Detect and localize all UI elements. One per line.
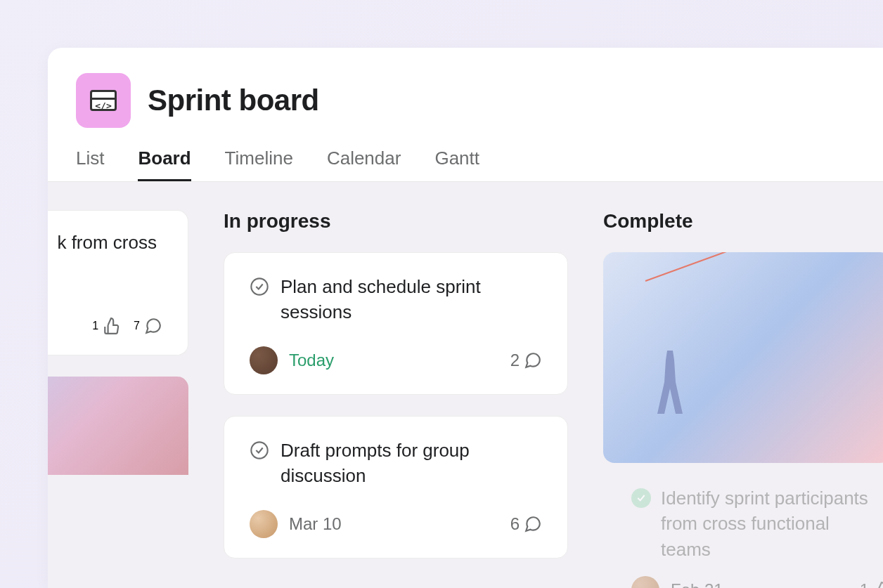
column-in-progress: In progress Plan and schedule sprint ses… xyxy=(224,210,568,588)
comment-icon xyxy=(524,351,542,370)
card-header: Plan and schedule sprint sessions xyxy=(250,274,542,325)
card-title: Draft prompts for group discussion xyxy=(281,438,542,489)
comment-stat[interactable]: 2 xyxy=(510,351,542,370)
tab-calendar[interactable]: Calendar xyxy=(327,148,401,181)
task-card[interactable]: Draft prompts for group discussion Mar 1… xyxy=(224,416,568,558)
svg-point-0 xyxy=(251,278,267,294)
person-kite-illustration xyxy=(656,351,691,421)
comment-icon xyxy=(524,515,542,533)
column-partial-left: k from cross 1 7 xyxy=(48,210,188,588)
task-card[interactable]: Plan and schedule sprint sessions Today … xyxy=(224,252,568,395)
check-circle-icon[interactable] xyxy=(250,277,269,296)
svg-point-1 xyxy=(251,442,267,458)
card-title: Identify sprint participants from cross … xyxy=(661,485,877,562)
card-header: Draft prompts for group discussion xyxy=(250,438,542,489)
tab-gantt[interactable]: Gantt xyxy=(434,148,479,181)
board: k from cross 1 7 xyxy=(48,182,883,588)
tabs: List Board Timeline Calendar Gantt xyxy=(48,128,883,182)
app-container: </> Sprint board List Board Timeline Cal… xyxy=(48,48,883,588)
comment-icon xyxy=(144,317,162,335)
thumbs-up-icon xyxy=(873,581,883,588)
thumbs-up-icon xyxy=(103,317,121,335)
like-stat[interactable]: 1 xyxy=(92,317,121,335)
project-icon[interactable]: </> xyxy=(76,73,131,128)
check-complete-icon[interactable] xyxy=(631,488,651,508)
due-date: Feb 21 xyxy=(671,580,723,588)
project-title: Sprint board xyxy=(148,84,319,117)
avatar[interactable] xyxy=(250,510,278,538)
avatar[interactable] xyxy=(631,576,659,588)
tab-list[interactable]: List xyxy=(76,148,104,181)
column-complete: Complete Identify sprint participants fr… xyxy=(603,210,883,588)
due-date: Mar 10 xyxy=(289,514,342,534)
column-title-in-progress: In progress xyxy=(224,210,568,233)
image-card[interactable] xyxy=(603,252,883,463)
kite-line-decoration xyxy=(645,252,883,282)
card-partial[interactable]: k from cross 1 7 xyxy=(48,210,188,355)
completed-task[interactable]: Identify sprint participants from cross … xyxy=(603,471,883,562)
card-title: Plan and schedule sprint sessions xyxy=(281,274,542,325)
code-window-icon: </> xyxy=(90,90,117,111)
card-header: Identify sprint participants from cross … xyxy=(631,485,877,562)
card-footer: Mar 10 6 xyxy=(250,510,542,538)
card-footer: 1 7 xyxy=(48,317,162,335)
comment-stat[interactable]: 7 xyxy=(134,317,162,335)
header: </> Sprint board xyxy=(48,48,883,128)
card-footer: Today 2 xyxy=(250,346,542,374)
image-card-partial[interactable] xyxy=(48,377,188,475)
tab-board[interactable]: Board xyxy=(138,148,191,181)
due-date: Today xyxy=(289,351,334,370)
comment-stat[interactable]: 6 xyxy=(510,514,542,534)
like-stat[interactable]: 1 xyxy=(860,580,883,588)
card-title-partial: k from cross xyxy=(48,232,162,254)
check-circle-icon[interactable] xyxy=(250,440,269,460)
column-title-complete: Complete xyxy=(603,210,883,233)
card-footer: Feb 21 1 xyxy=(603,576,883,588)
tab-timeline[interactable]: Timeline xyxy=(225,148,293,181)
avatar[interactable] xyxy=(250,346,278,374)
